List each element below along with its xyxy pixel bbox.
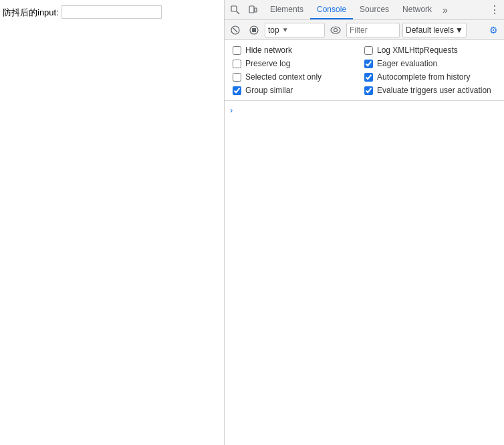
svg-rect-2 <box>249 6 254 13</box>
settings-label-right-0: Log XMLHttpRequests <box>377 46 458 55</box>
log-levels-button[interactable]: Default levels ▼ <box>402 23 467 37</box>
stop-button[interactable] <box>246 22 262 38</box>
settings-label-left-2: Selected context only <box>245 72 322 82</box>
settings-label-right-2: Autocomplete from history <box>377 72 470 82</box>
settings-checkbox-left-2[interactable] <box>233 73 241 82</box>
page-area: 防抖后的input: <box>0 0 224 445</box>
devtools-tab-bar: Elements Console Sources Network » ⋮ <box>225 0 504 20</box>
settings-checkbox-right-3[interactable] <box>364 86 373 95</box>
settings-label-right-1: Eager evaluation <box>377 59 437 68</box>
device-toolbar-button[interactable] <box>245 2 261 18</box>
context-selector[interactable]: top ▼ <box>265 23 325 37</box>
live-expressions-button[interactable] <box>328 22 344 38</box>
console-output: › <box>225 101 504 445</box>
toolbar-icons-group <box>225 2 263 18</box>
tab-elements[interactable]: Elements <box>263 0 310 19</box>
settings-checkbox-right-1[interactable] <box>364 60 373 68</box>
svg-rect-3 <box>255 8 257 12</box>
settings-item-left-1[interactable]: Preserve log <box>233 59 364 68</box>
tab-network[interactable]: Network <box>396 0 438 19</box>
console-settings-panel: Hide networkPreserve logSelected context… <box>225 40 504 101</box>
inspect-element-button[interactable] <box>227 2 243 18</box>
clear-console-button[interactable] <box>227 22 243 38</box>
tab-console[interactable]: Console <box>310 0 353 19</box>
svg-line-1 <box>237 11 239 14</box>
more-tabs-button[interactable]: » <box>438 0 452 19</box>
svg-point-9 <box>334 28 338 31</box>
console-toolbar: top ▼ Default levels ▼ ⚙ <box>225 20 504 40</box>
settings-label-left-0: Hide network <box>245 46 292 55</box>
svg-rect-7 <box>252 28 256 32</box>
log-levels-arrow: ▼ <box>455 25 463 35</box>
settings-item-left-0[interactable]: Hide network <box>233 46 364 55</box>
settings-checkbox-right-2[interactable] <box>364 73 373 82</box>
svg-rect-0 <box>231 6 237 11</box>
settings-item-right-1[interactable]: Eager evaluation <box>364 59 496 68</box>
settings-item-right-2[interactable]: Autocomplete from history <box>364 72 496 82</box>
context-selector-arrow: ▼ <box>282 26 289 33</box>
settings-label-left-3: Group similar <box>245 86 293 95</box>
settings-left-column: Hide networkPreserve logSelected context… <box>233 46 364 95</box>
settings-item-left-3[interactable]: Group similar <box>233 86 364 95</box>
settings-checkbox-left-1[interactable] <box>233 60 241 68</box>
debounce-input[interactable] <box>61 5 162 19</box>
settings-item-left-2[interactable]: Selected context only <box>233 72 364 82</box>
devtools-menu-button[interactable]: ⋮ <box>485 0 504 19</box>
console-settings-button[interactable]: ⚙ <box>485 22 501 38</box>
settings-checkbox-left-3[interactable] <box>233 86 241 95</box>
settings-item-right-3[interactable]: Evaluate triggers user activation <box>364 86 496 95</box>
settings-checkbox-left-0[interactable] <box>233 46 241 55</box>
devtools-tabs: Elements Console Sources Network » <box>263 0 485 19</box>
console-prompt-arrow[interactable]: › <box>225 102 504 118</box>
settings-label-left-1: Preserve log <box>245 59 290 68</box>
settings-checkbox-right-0[interactable] <box>364 46 373 55</box>
svg-line-5 <box>233 28 237 32</box>
svg-point-8 <box>331 27 340 33</box>
page-label: 防抖后的input: <box>3 5 59 20</box>
settings-item-right-0[interactable]: Log XMLHttpRequests <box>364 46 496 55</box>
settings-label-right-3: Evaluate triggers user activation <box>377 86 491 95</box>
devtools-panel: Elements Console Sources Network » ⋮ <box>224 0 504 445</box>
tab-sources[interactable]: Sources <box>353 0 396 19</box>
settings-right-column: Log XMLHttpRequestsEager evaluationAutoc… <box>364 46 496 95</box>
console-filter-input[interactable] <box>346 23 400 37</box>
